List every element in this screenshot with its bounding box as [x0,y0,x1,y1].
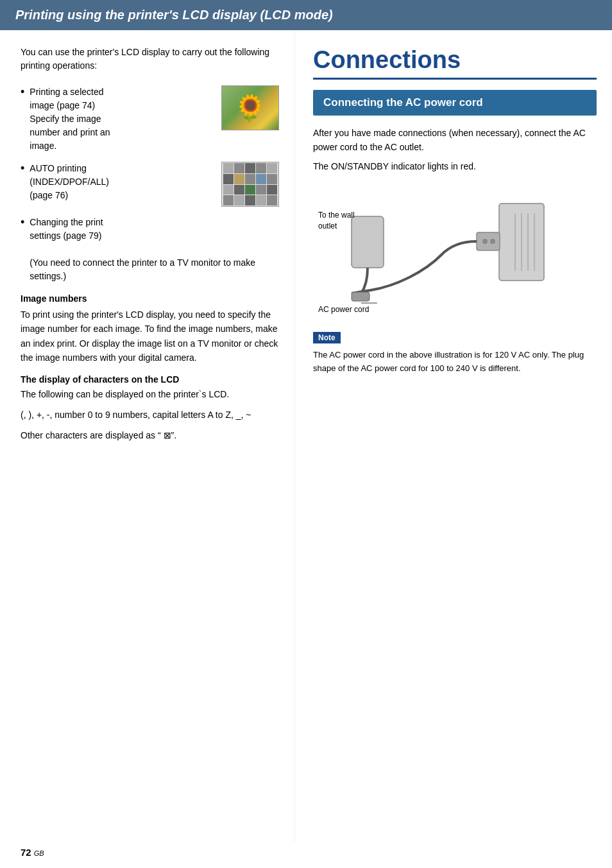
left-column: You can use the printer's LCD display to… [0,30,295,842]
grid-cell [234,174,244,184]
svg-rect-5 [477,232,500,250]
right-body-1: After you have made connections (when ne… [313,126,597,155]
grid-cell [223,163,234,173]
ac-power-cord-box: Connecting the AC power cord [313,90,597,116]
grid-cell [267,195,277,205]
grid-cell [267,163,277,173]
page-number-area: 72 GB [0,842,612,868]
svg-rect-8 [352,216,384,268]
grid-image [222,162,278,207]
display-chars-body: The following can be displayed on the pr… [21,387,279,401]
grid-cell [267,185,277,195]
ac-cord-label: AC power cord [318,305,369,314]
bullet-dot-2: • [21,161,24,177]
wall-outlet-label: To the walloutlet [318,210,355,232]
connections-heading: Connections [313,46,597,80]
power-cord-illustration: To the walloutlet [313,184,557,319]
svg-point-6 [482,239,488,244]
chars-line: (, ), +, -, number 0 to 9 numbers, capit… [21,408,279,422]
note-label: Note [313,332,341,343]
grid-cell [223,195,234,205]
note-text: The AC power cord in the above illustrat… [313,349,597,376]
page-number: 72 [21,847,31,858]
other-chars: Other characters are displayed as “ ⊠”. [21,428,279,442]
svg-rect-9 [352,292,370,301]
bullet-dot-3: • [21,214,24,230]
grid-cell [234,185,244,195]
power-cord-svg [313,184,557,319]
bullet-item-3: • Changing the printsettings (page 79) (… [21,216,279,283]
bullet-dot-1: • [21,84,24,100]
svg-point-7 [490,239,495,244]
grid-cell [234,195,244,205]
main-content: You can use the printer's LCD display to… [0,30,612,842]
bullet-image-2 [221,162,279,207]
bullet-item-1: • Printing a selectedimage (page 74)Spec… [21,85,279,153]
grid-cell [245,174,255,184]
grid-cell [256,163,266,173]
display-chars-heading: The display of characters on the LCD [21,374,279,385]
ac-power-cord-heading: Connecting the AC power cord [323,96,483,108]
note-box: Note The AC power cord in the above illu… [313,332,597,376]
grid-cell [267,174,277,184]
page-title: Printing using the printer's LCD display… [15,8,333,22]
bullet-text-3: Changing the printsettings (page 79) (Yo… [30,216,279,283]
grid-cell [256,195,266,205]
right-body-2: The ON/STANDBY indicator lights in red. [313,159,597,173]
page-suffix: GB [34,849,44,857]
image-numbers-heading: Image numbers [21,293,279,304]
bullet-item-2: • AUTO printing(INDEX/DPOF/ALL)(page 76) [21,162,279,207]
top-header: Printing using the printer's LCD display… [0,0,612,30]
bullet-text-1: Printing a selectedimage (page 74)Specif… [30,85,215,153]
bullet-text-2: AUTO printing(INDEX/DPOF/ALL)(page 76) [30,162,215,202]
page-wrapper: Printing using the printer's LCD display… [0,0,612,868]
grid-cell [256,185,266,195]
grid-cell [223,185,234,195]
intro-text: You can use the printer's LCD display to… [21,46,279,73]
grid-cell [245,163,255,173]
image-numbers-body: To print using the printer's LCD display… [21,308,279,365]
grid-cell [234,163,244,173]
grid-cell [245,185,255,195]
right-column: Connections Connecting the AC power cord… [295,30,612,842]
bullet-image-1 [221,85,279,130]
grid-cell [245,195,255,205]
grid-cell [223,174,234,184]
grid-cell [256,174,266,184]
